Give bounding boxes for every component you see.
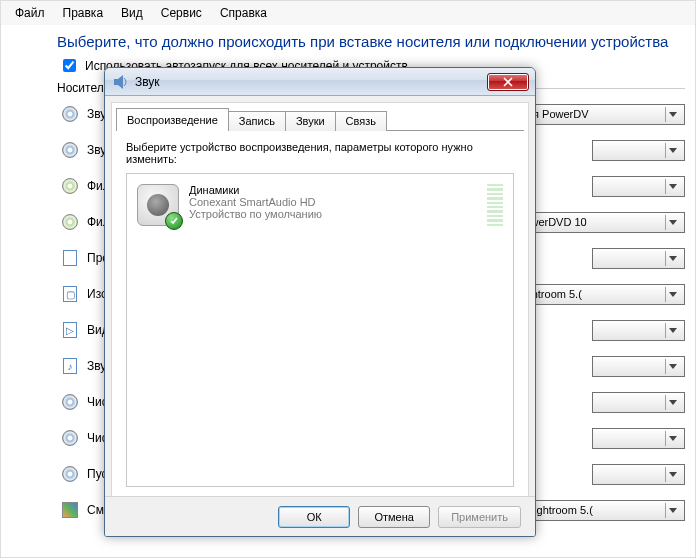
- chevron-down-icon[interactable]: [665, 179, 680, 194]
- svg-rect-12: [114, 79, 118, 85]
- svg-marker-8: [669, 400, 677, 405]
- autoplay-combo[interactable]: [592, 356, 685, 377]
- speaker-icon: [137, 184, 179, 226]
- tab-recording[interactable]: Запись: [228, 111, 286, 131]
- sound-dialog: Звук Воспроизведение Запись Звуки Связь …: [104, 67, 536, 537]
- device-name: Динамики: [189, 184, 322, 196]
- autoplay-combo[interactable]: [592, 392, 685, 413]
- chevron-down-icon[interactable]: [665, 359, 680, 374]
- chevron-down-icon[interactable]: [665, 143, 680, 158]
- device-item[interactable]: Динамики Conexant SmartAudio HD Устройст…: [133, 180, 507, 230]
- cd-audio-icon: [61, 105, 79, 123]
- use-autorun-checkbox[interactable]: [63, 59, 76, 72]
- default-check-icon: [165, 212, 183, 230]
- video-file-icon: ▷: [61, 321, 79, 339]
- autoplay-combo[interactable]: [592, 464, 685, 485]
- autoplay-combo[interactable]: [592, 428, 685, 449]
- image-file-icon: ▢: [61, 285, 79, 303]
- close-button[interactable]: [487, 73, 529, 91]
- tab-sounds[interactable]: Звуки: [285, 111, 336, 131]
- menu-edit[interactable]: Правка: [55, 4, 112, 22]
- audio-file-icon: ♪: [61, 357, 79, 375]
- dialog-footer: ОК Отмена Применить: [105, 496, 535, 536]
- svg-marker-0: [669, 112, 677, 117]
- menu-tools[interactable]: Сервис: [153, 4, 210, 22]
- chevron-down-icon[interactable]: [665, 431, 680, 446]
- menu-view[interactable]: Вид: [113, 4, 151, 22]
- cd-audio-icon: [61, 141, 79, 159]
- dvd-super-icon: [61, 213, 79, 231]
- device-list[interactable]: Динамики Conexant SmartAudio HD Устройст…: [126, 173, 514, 487]
- svg-marker-13: [118, 75, 123, 89]
- page-title: Выберите, что должно происходить при вст…: [1, 25, 695, 54]
- svg-marker-10: [669, 472, 677, 477]
- apply-button[interactable]: Применить: [438, 506, 521, 528]
- svg-marker-2: [669, 184, 677, 189]
- tab-bar: Воспроизведение Запись Звуки Связь: [112, 103, 528, 130]
- svg-marker-5: [669, 292, 677, 297]
- svg-marker-9: [669, 436, 677, 441]
- chevron-down-icon[interactable]: [665, 323, 680, 338]
- autoplay-combo[interactable]: [592, 248, 685, 269]
- svg-marker-11: [669, 508, 677, 513]
- chevron-down-icon[interactable]: [665, 107, 680, 122]
- autoplay-combo[interactable]: ьзуя PowerDV: [510, 104, 685, 125]
- menu-bar: Файл Правка Вид Сервис Справка: [1, 1, 695, 25]
- autoplay-combo[interactable]: [592, 140, 685, 161]
- menu-help[interactable]: Справка: [212, 4, 275, 22]
- media-section-label: Носители: [57, 81, 110, 95]
- chevron-down-icon[interactable]: [665, 503, 680, 518]
- chevron-down-icon[interactable]: [665, 395, 680, 410]
- svg-marker-3: [669, 220, 677, 225]
- tab-hint: Выберите устройство воспроизведения, пар…: [126, 141, 514, 165]
- sound-icon: [113, 74, 129, 90]
- svg-marker-6: [669, 328, 677, 333]
- cancel-button[interactable]: Отмена: [358, 506, 430, 528]
- autoplay-combo[interactable]: PowerDVD 10: [510, 212, 685, 233]
- chevron-down-icon[interactable]: [665, 215, 680, 230]
- blank-dvd-icon: [61, 429, 79, 447]
- chevron-down-icon[interactable]: [665, 467, 680, 482]
- device-status: Устройство по умолчанию: [189, 208, 322, 220]
- chevron-down-icon[interactable]: [665, 287, 680, 302]
- autoplay-combo[interactable]: [592, 176, 685, 197]
- svg-marker-1: [669, 148, 677, 153]
- svg-marker-7: [669, 364, 677, 369]
- tab-communications[interactable]: Связь: [335, 111, 387, 131]
- blank-cd-icon: [61, 393, 79, 411]
- menu-file[interactable]: Файл: [7, 4, 53, 22]
- autoplay-combo[interactable]: [592, 320, 685, 341]
- ok-button[interactable]: ОК: [278, 506, 350, 528]
- svg-marker-4: [669, 256, 677, 261]
- device-driver: Conexant SmartAudio HD: [189, 196, 322, 208]
- chevron-down-icon[interactable]: [665, 251, 680, 266]
- blank-bd-icon: [61, 465, 79, 483]
- dvd-icon: [61, 177, 79, 195]
- autoplay-combo[interactable]: Lightroom 5.(: [510, 284, 685, 305]
- mixed-icon: [61, 501, 79, 519]
- program-icon: [61, 249, 79, 267]
- level-meter: [487, 184, 503, 226]
- dialog-titlebar[interactable]: Звук: [105, 68, 535, 96]
- dialog-title: Звук: [135, 75, 487, 89]
- tab-playback[interactable]: Воспроизведение: [116, 108, 229, 131]
